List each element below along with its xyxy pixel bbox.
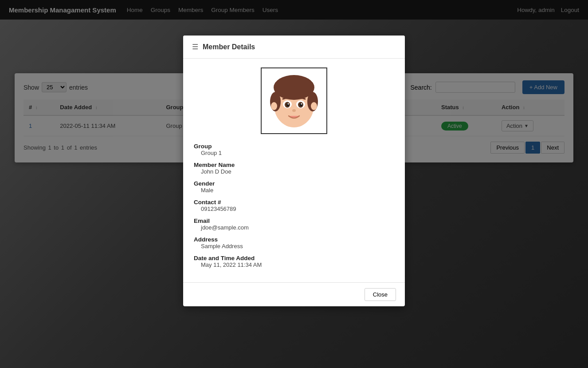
detail-gender: Gender Male <box>194 180 394 194</box>
group-value: Group 1 <box>194 150 394 156</box>
detail-date: Date and Time Added May 11, 2022 11:34 A… <box>194 255 394 268</box>
detail-member-name: Member Name John D Doe <box>194 162 394 175</box>
avatar-svg <box>263 70 325 132</box>
email-label: Email <box>194 218 394 224</box>
email-value: jdoe@sample.com <box>194 224 394 231</box>
member-details-modal: ☰ Member Details <box>183 36 405 306</box>
group-label: Group <box>194 143 394 150</box>
svg-point-12 <box>301 103 302 105</box>
member-avatar <box>261 67 327 134</box>
detail-contact: Contact # 09123456789 <box>194 199 394 212</box>
modal-footer: Close <box>183 282 405 306</box>
modal-table-icon: ☰ <box>192 43 198 51</box>
address-label: Address <box>194 236 394 243</box>
date-value: May 11, 2022 11:34 AM <box>194 261 394 268</box>
address-value: Sample Address <box>194 243 394 249</box>
date-label: Date and Time Added <box>194 255 394 261</box>
modal-overlay: ☰ Member Details <box>0 0 588 368</box>
contact-value: 09123456789 <box>194 206 394 212</box>
detail-address: Address Sample Address <box>194 236 394 249</box>
detail-email: Email jdoe@sample.com <box>194 218 394 231</box>
svg-point-13 <box>292 109 296 112</box>
svg-point-15 <box>311 102 317 110</box>
gender-label: Gender <box>194 180 394 187</box>
close-button[interactable]: Close <box>365 288 396 301</box>
svg-point-11 <box>288 103 289 105</box>
modal-title: Member Details <box>203 43 255 51</box>
detail-group: Group Group 1 <box>194 143 394 156</box>
avatar-wrap <box>194 67 394 134</box>
svg-point-14 <box>271 102 277 110</box>
member-name-label: Member Name <box>194 162 394 168</box>
contact-label: Contact # <box>194 199 394 206</box>
gender-value: Male <box>194 187 394 194</box>
modal-header: ☰ Member Details <box>183 36 405 59</box>
modal-body: Group Group 1 Member Name John D Doe Gen… <box>183 59 405 282</box>
member-name-value: John D Doe <box>194 168 394 175</box>
